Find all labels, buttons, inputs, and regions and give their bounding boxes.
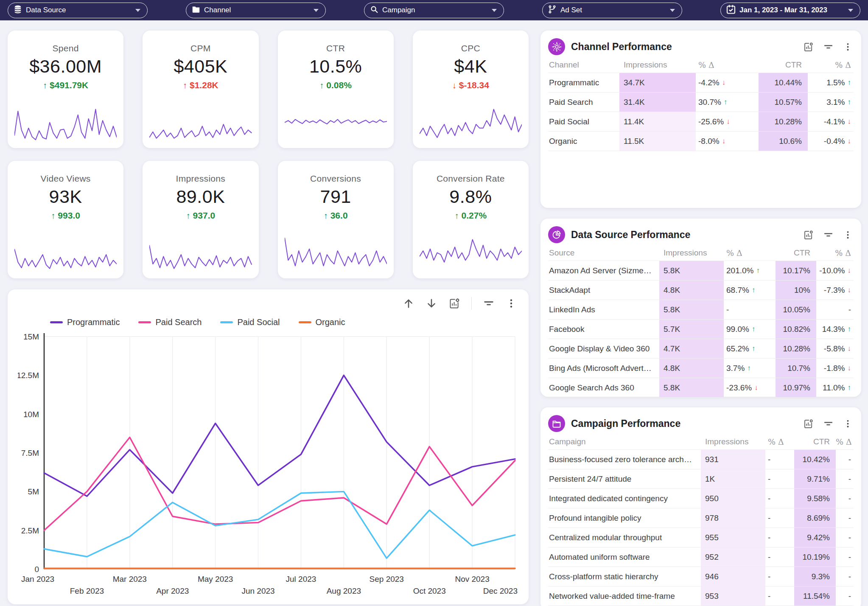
column-header[interactable]: CTR (776, 248, 816, 258)
row-name: StackAdapt (548, 281, 659, 300)
svg-text:Apr 2023: Apr 2023 (156, 586, 189, 595)
arrow-down-icon[interactable] (426, 297, 437, 309)
kpi-grid: Spend $36.00M ↑ $491.79K CPM $405K ↑ $1.… (8, 31, 529, 278)
column-header[interactable]: Impressions (701, 437, 765, 446)
legend-item[interactable]: Paid Search (138, 317, 202, 327)
table-row[interactable]: Business-focused zero tolerance arch… 93… (548, 450, 854, 469)
kpi-delta-value: 993.0 (58, 210, 80, 221)
kpi-title: Spend (8, 43, 123, 53)
column-header[interactable]: % Δ (765, 437, 794, 446)
column-header[interactable]: Campaign (548, 437, 701, 446)
network-icon (548, 38, 565, 55)
menu-icon[interactable] (843, 419, 853, 429)
chart-settings-icon[interactable] (448, 297, 460, 309)
filter-icon[interactable] (483, 297, 495, 309)
delta-arrow-icon: ↓ (848, 267, 851, 275)
table-row[interactable]: Persistent 24/7 attitude 1K - 9.71% - (548, 469, 854, 489)
legend-item[interactable]: Programmatic (50, 317, 120, 327)
date-range-picker[interactable]: Jan 1, 2023 - Mar 31, 2023 (720, 3, 860, 18)
row-ctr: 10.42% (794, 450, 836, 469)
column-header[interactable]: % Δ (836, 437, 854, 446)
menu-icon[interactable] (506, 298, 517, 309)
row-ctr: 10.28% (759, 112, 808, 131)
column-header[interactable]: Source (548, 248, 659, 258)
column-header[interactable]: % Δ (808, 60, 854, 70)
table-row[interactable]: Profound intangible policy 978 - 8.69% - (548, 508, 854, 528)
row-ctr: 10.28% (776, 339, 816, 358)
table-row[interactable]: Google Search Ads 360 5.8K -23.6%↓ 10.97… (548, 378, 854, 398)
row-ctr: 10.44% (759, 73, 808, 92)
table-row[interactable]: Paid Social 11.4K -25.6%↓ 10.28% -4.1%↓ (548, 112, 854, 132)
row-name: Facebook (548, 320, 659, 339)
column-header[interactable]: % Δ (696, 60, 759, 70)
kpi-value: $405K (143, 56, 258, 77)
menu-icon[interactable] (843, 230, 853, 240)
column-header[interactable]: Channel (548, 60, 619, 70)
column-header[interactable]: % Δ (816, 248, 854, 258)
legend-label: Organic (316, 317, 345, 327)
campaign-filter[interactable]: Campaign (364, 3, 504, 18)
row-impressions: 4.8K (659, 281, 724, 300)
chart-settings-icon[interactable] (803, 42, 814, 52)
table-row[interactable]: Integrated dedicated contingency 950 - 9… (548, 489, 854, 508)
chart-settings-icon[interactable] (803, 230, 814, 240)
table-row[interactable]: Bing Ads (Microsoft Advert… 4.8K 3.7%↑ 1… (548, 359, 854, 378)
kpi-card[interactable]: CTR 10.5% ↑ 0.08% (278, 31, 394, 148)
table-row[interactable]: Networked value-added time-frame 953 - 1… (548, 586, 854, 606)
svg-text:Sep 2023: Sep 2023 (370, 575, 404, 584)
kpi-card[interactable]: Conversions 791 ↑ 36.0 (278, 161, 394, 278)
filter-icon[interactable] (823, 42, 834, 52)
filter-icon[interactable] (823, 418, 834, 429)
table-row[interactable]: Automated uniform software 952 - 10.19% … (548, 547, 854, 567)
row-ctr: 10.57% (759, 93, 808, 112)
table-row[interactable]: StackAdapt 4.8K 68.7%↑ 10% -7.3%↓ (548, 281, 854, 300)
delta-arrow-icon: ↑ (747, 364, 751, 373)
kpi-card[interactable]: Impressions 89.0K ↑ 937.0 (143, 161, 258, 278)
kpi-card[interactable]: Video Views 93K ↑ 993.0 (8, 161, 123, 278)
table-row[interactable]: Programmatic 34.7K -4.2%↓ 10.44% 1.5%↑ (548, 73, 854, 93)
row-pct-delta-1: - (765, 528, 794, 547)
row-pct-delta-2: -4.1%↓ (808, 112, 854, 131)
arrow-up-icon[interactable] (403, 297, 414, 309)
kpi-card[interactable]: Conversion Rate 9.8% ↑ 0.27% (413, 161, 529, 278)
table-row[interactable]: Cross-platform static hierarchy 946 - 9.… (548, 567, 854, 586)
column-header[interactable]: % Δ (724, 248, 776, 258)
svg-text:7.5M: 7.5M (21, 449, 39, 457)
column-header[interactable]: CTR (794, 437, 836, 446)
kpi-card[interactable]: CPM $405K ↑ $1.28K (143, 31, 258, 148)
row-pct-delta-2: 1.5%↑ (808, 73, 854, 92)
kpi-card[interactable]: Spend $36.00M ↑ $491.79K (8, 31, 123, 148)
menu-icon[interactable] (843, 42, 853, 52)
table-row[interactable]: Paid Search 31.4K 30.7%↑ 10.57% 3.1%↑ (548, 93, 854, 112)
row-pct-delta-2: - (836, 586, 854, 606)
legend-swatch (138, 321, 151, 323)
row-pct-delta-2: - (816, 300, 854, 319)
legend-item[interactable]: Paid Social (220, 317, 280, 327)
data-source-filter[interactable]: Data Source (8, 3, 148, 18)
table-row[interactable]: Centralized modular throughput 955 - 9.4… (548, 528, 854, 547)
legend-item[interactable]: Organic (299, 317, 345, 327)
column-header[interactable]: Impressions (619, 60, 696, 70)
table-row[interactable]: Organic 11.5K -8.0%↓ 10.6% -0.4%↓ (548, 132, 854, 151)
kpi-title: Impressions (143, 174, 258, 184)
row-name: Networked value-added time-frame (548, 586, 701, 606)
database-icon (13, 5, 22, 16)
table-row[interactable]: LinkedIn Ads 5.8K - 10.05% - (548, 300, 854, 320)
delta-arrow-icon: ↑ (51, 211, 55, 221)
column-header[interactable]: CTR (759, 60, 808, 70)
channel-filter[interactable]: Channel (186, 3, 326, 18)
filter-icon[interactable] (823, 230, 834, 240)
table-row[interactable]: Facebook 5.7K 99.0%↑ 10.82% 14.3%↑ (548, 320, 854, 339)
legend-swatch (299, 321, 311, 323)
campaign-performance-card: Campaign Performance CampaignImpressions… (540, 407, 861, 606)
delta-arrow-icon: ↓ (722, 137, 726, 146)
kpi-card[interactable]: CPC $4K ↓ $-18.34 (413, 31, 529, 148)
column-header[interactable]: Impressions (659, 248, 724, 258)
ad-set-filter[interactable]: Ad Set (542, 3, 682, 18)
table-row[interactable]: Google Display & Video 360 4.7K 65.2%↑ 1… (548, 339, 854, 359)
trend-line-chart[interactable]: 02.5M5M7.5M10M12.5M15MJan 2023Feb 2023Ma… (18, 329, 518, 604)
filter-label: Data Source (26, 6, 66, 14)
legend-swatch (220, 321, 233, 323)
chart-settings-icon[interactable] (803, 418, 814, 429)
table-row[interactable]: Amazon Ad Server (Sizme… 5.8K 201.0%↑ 10… (548, 261, 854, 281)
